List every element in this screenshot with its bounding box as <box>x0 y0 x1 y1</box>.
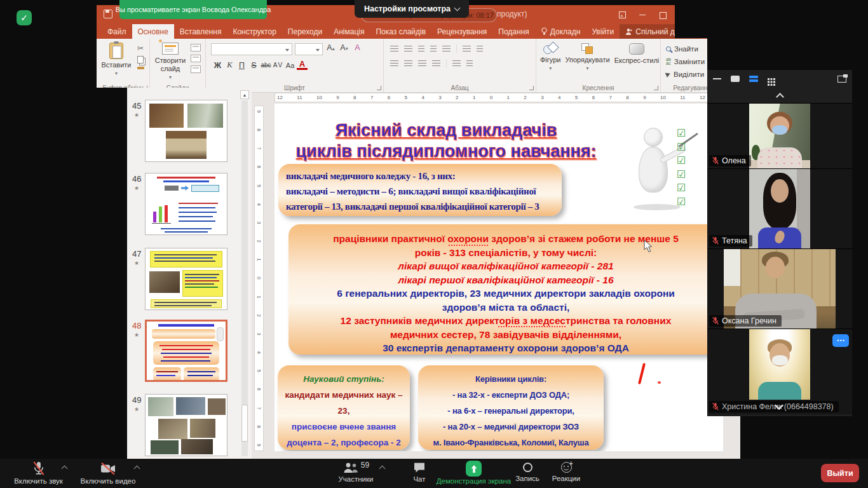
clipboard-group: Вставити▾ ✂ Буфер обміну <box>97 39 150 92</box>
tab-label: Переходи <box>288 27 322 36</box>
participant-name-chip: Тетяна <box>709 235 752 247</box>
dialog-launcher-icon[interactable] <box>377 86 381 90</box>
participants-button[interactable]: 59 Участники <box>321 461 391 483</box>
scroll-up-icon[interactable]: ▲ <box>240 90 249 99</box>
strikethrough-icon[interactable]: S <box>248 61 259 70</box>
restore-window-icon[interactable] <box>658 10 668 20</box>
increase-font-icon[interactable]: А▴ <box>325 43 336 55</box>
ribbon-display-options-icon[interactable] <box>618 10 627 20</box>
share-screen-button[interactable]: Демонстрация экрана <box>434 461 513 485</box>
grid-view-icon[interactable] <box>768 78 770 80</box>
arrange-button[interactable]: Упорядкувати▾ <box>565 43 609 72</box>
ribbon-tab-11[interactable]: Увійти <box>586 24 620 39</box>
chat-button[interactable]: Чат <box>400 461 438 483</box>
quick-styles-icon <box>629 43 644 55</box>
chat-icon <box>413 461 426 475</box>
minimize-panel-icon[interactable] <box>713 78 721 79</box>
participant-name-chip: Олена <box>709 155 751 166</box>
bold-icon[interactable]: Ж <box>212 61 223 70</box>
font-group: А▴ А▾ А ЖКПSabcАVАаА Шрифт <box>206 39 384 92</box>
columns-icon[interactable] <box>452 60 461 67</box>
justify-icon[interactable] <box>432 60 440 67</box>
clipboard-icon <box>109 43 123 59</box>
tab-label: Конструктор <box>233 27 276 36</box>
security-shield-icon[interactable]: ✓ <box>17 10 32 25</box>
underline-icon[interactable]: П <box>236 61 247 70</box>
new-slide-button[interactable]: * Створити слайд▾ <box>154 43 187 81</box>
slide-thumbnail[interactable] <box>145 100 227 162</box>
unmute-button[interactable]: Включить звук <box>5 461 72 485</box>
paste-button[interactable]: Вставити▾ <box>101 43 132 78</box>
slide-thumbnail[interactable] <box>145 248 227 310</box>
view-settings-dropdown[interactable]: Настройки просмотра <box>355 0 469 18</box>
ribbon: Вставити▾ ✂ Буфер обміну * Створити слай… <box>97 39 740 93</box>
font-color-icon[interactable]: А <box>297 60 308 70</box>
decrease-font-icon[interactable]: А▾ <box>339 43 349 55</box>
align-right-icon[interactable] <box>418 60 426 67</box>
char-spacing-icon[interactable]: АV <box>273 62 283 69</box>
minimize-window-icon[interactable] <box>638 10 648 20</box>
popout-panel-icon[interactable] <box>837 76 846 83</box>
ribbon-tab-2[interactable]: Основне <box>132 24 174 39</box>
italic-icon[interactable]: К <box>224 60 235 70</box>
record-button[interactable]: Запись <box>512 461 543 482</box>
ribbon-tab-3[interactable]: Вставлення <box>174 24 227 39</box>
increase-indent-icon[interactable] <box>430 46 437 53</box>
more-options-button[interactable]: ⋯ <box>832 334 849 347</box>
speaker-view-icon[interactable] <box>731 76 740 82</box>
cut-icon[interactable]: ✂ <box>137 44 144 53</box>
muted-mic-icon <box>712 236 719 245</box>
collapse-videos-control[interactable] <box>707 88 852 103</box>
ribbon-tab-7[interactable]: Показ слайдів <box>370 24 431 39</box>
slide-thumbnail[interactable] <box>145 173 227 235</box>
align-center-icon[interactable] <box>404 60 412 67</box>
video-panel: ОленаТетянаОксана ГречинХристина Фелик (… <box>707 70 852 416</box>
slide-thumbnail[interactable] <box>145 320 227 382</box>
ribbon-tab-5[interactable]: Переходи <box>282 24 328 39</box>
change-case-icon[interactable]: Аа <box>285 62 295 69</box>
align-text-icon[interactable] <box>477 46 483 53</box>
ppt-window-title: продукт) <box>497 10 527 18</box>
reactions-icon: + <box>561 462 572 473</box>
dialog-launcher-icon[interactable] <box>654 86 658 90</box>
leave-button[interactable]: Выйти <box>821 464 859 482</box>
reset-icon[interactable] <box>191 55 201 62</box>
ribbon-tab-4[interactable]: Конструктор <box>227 24 281 39</box>
bullets-icon[interactable] <box>390 46 398 53</box>
font-name-combo[interactable] <box>211 43 292 55</box>
find-icon <box>666 46 671 51</box>
save-icon[interactable] <box>104 10 112 18</box>
ribbon-tab-10[interactable]: Докладн <box>535 24 587 39</box>
ribbon-tab-6[interactable]: Анімація <box>328 24 370 39</box>
checkmark-icon: ☑ <box>677 128 686 139</box>
align-left-icon[interactable] <box>390 60 398 67</box>
ribbon-tab-8[interactable]: Рецензування <box>431 24 492 39</box>
slide-text-line: категорії – 13, викладачі першої кваліфі… <box>286 199 554 214</box>
layout-icon[interactable] <box>191 44 201 51</box>
gallery-strip-view-icon[interactable] <box>749 76 758 83</box>
strikethrough-abc-icon[interactable]: abc <box>261 62 271 69</box>
slide-thumbnail-item: 48★ <box>127 320 252 383</box>
slide-text-line: 6 генеральних директорів, 23 медичних ди… <box>288 287 723 301</box>
slide-text-line: Науковий ступінь: <box>278 371 410 387</box>
start-video-button[interactable]: Включить видео <box>73 461 143 485</box>
slide-thumbnail[interactable] <box>145 394 227 456</box>
format-painter-icon[interactable] <box>137 67 144 69</box>
text-direction-icon[interactable] <box>463 46 471 53</box>
line-spacing-icon[interactable] <box>442 46 451 53</box>
smartart-convert-icon[interactable] <box>466 60 473 67</box>
shapes-button[interactable]: Фігури▾ <box>540 43 560 72</box>
quick-styles-button[interactable]: Експрес-стилі <box>614 43 660 72</box>
dialog-launcher-icon[interactable] <box>529 86 534 90</box>
ribbon-tab-1[interactable]: Файл <box>102 24 132 39</box>
font-size-combo[interactable] <box>295 43 323 55</box>
copy-icon[interactable] <box>137 56 144 64</box>
participant-tile: Христина Фелик (0664498378)⋯ <box>707 329 852 414</box>
decrease-indent-icon[interactable] <box>418 46 424 53</box>
clear-formatting-icon[interactable]: А <box>352 43 363 55</box>
reactions-button[interactable]: + Реакции <box>548 461 585 482</box>
numbering-icon[interactable] <box>404 46 412 53</box>
section-icon[interactable] <box>191 65 201 73</box>
slide-text-line: присвоєне вчене звання <box>278 419 410 435</box>
ribbon-tab-9[interactable]: Подання <box>492 24 534 39</box>
